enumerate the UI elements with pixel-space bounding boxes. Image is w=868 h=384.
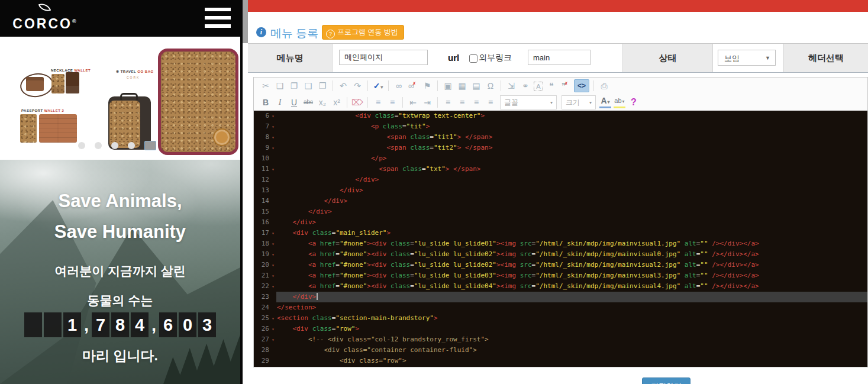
table-icon[interactable]: ▦ (456, 80, 468, 92)
slider-dot[interactable] (144, 141, 156, 150)
fold-arrow-icon[interactable]: ▾ (269, 260, 277, 271)
code-line-9[interactable]: 9▾ <span class="tit2"> </span> (254, 143, 867, 153)
hline-icon[interactable]: ▤ (470, 80, 482, 92)
align-justify-icon[interactable]: ≡ (485, 96, 496, 108)
fold-arrow-icon[interactable]: ▾ (269, 282, 277, 292)
fold-arrow-icon[interactable]: ▾ (269, 271, 277, 282)
unlink-icon[interactable]: ∞ (407, 80, 419, 92)
code-line-13[interactable]: 13 </div> (254, 185, 867, 196)
code-line-20[interactable]: 20▾ <a href="#none"><div class="lu_slide… (254, 260, 867, 270)
align-left-icon[interactable]: ≡ (442, 96, 454, 108)
copy-icon[interactable]: ❏ (274, 80, 286, 92)
menu-name-input[interactable] (339, 50, 428, 65)
code-line-19[interactable]: 19▾ <a href="#none"><div class="lu_slide… (254, 249, 867, 260)
comment-add-icon[interactable]: ❝ (546, 80, 557, 92)
code-line-10[interactable]: 10 </p> (254, 153, 867, 164)
source-code-area[interactable]: 6▾ <div class="txtwrap text-center">7▾ <… (254, 111, 867, 367)
code-line-21[interactable]: 21▾ <a href="#none"><div class="lu_slide… (254, 270, 867, 281)
preview-scrollbar[interactable] (243, 0, 248, 43)
fold-arrow-icon[interactable]: ▾ (269, 314, 277, 324)
special-char-icon[interactable]: Ω (485, 80, 496, 92)
fold-arrow-icon[interactable]: ▾ (269, 164, 277, 175)
code-line-22[interactable]: 22▾ <a href="#none"><div class="lu_slide… (254, 281, 867, 292)
paste-text-icon[interactable]: ❑ (302, 80, 314, 92)
slider-dot[interactable] (78, 142, 85, 149)
select-all-icon[interactable]: A (534, 82, 543, 91)
anchor-flag-icon[interactable]: ⚑ (421, 80, 433, 92)
find-replace-icon[interactable]: ⚭ (519, 80, 531, 92)
code-line-25[interactable]: 25▾<section class="section-main-brandsto… (254, 313, 867, 324)
fold-arrow-icon[interactable]: ▾ (269, 324, 277, 335)
spellcheck-icon[interactable]: ✓ (372, 80, 384, 92)
slider-dot[interactable] (128, 142, 135, 149)
bold-button[interactable]: B (260, 96, 272, 108)
image-icon[interactable]: ▣ (442, 80, 454, 92)
code-line-16[interactable]: 16 </div> (254, 217, 867, 228)
italic-button[interactable]: I (274, 96, 286, 108)
slider-dot[interactable] (95, 142, 102, 149)
bg-color-icon[interactable]: ab (614, 96, 625, 108)
strike-button[interactable]: abc (302, 96, 314, 108)
subscript-button[interactable]: x₂ (317, 96, 328, 108)
ordered-list-icon[interactable]: ≡ (372, 96, 384, 108)
slider-dot[interactable] (111, 142, 118, 149)
code-line-27[interactable]: 27▾ <!-- <div class="col-12 brandstory_r… (254, 334, 867, 345)
bullet-list-icon[interactable]: ≡ (386, 96, 398, 108)
program-link-help-button[interactable]: ?프로그램 연동 방법 (322, 25, 404, 40)
code-line-28[interactable]: 28 <div class="container container-fluid… (254, 345, 867, 356)
site-header: CORCO® (0, 0, 240, 37)
redo-icon[interactable]: ↷ (351, 80, 363, 92)
source-button[interactable]: <> (574, 79, 589, 92)
fold-arrow-icon[interactable]: ▾ (269, 143, 277, 154)
fold-arrow-icon[interactable]: ▾ (269, 250, 277, 260)
text-color-icon[interactable]: A (599, 96, 611, 108)
brand-logo[interactable]: CORCO® (12, 2, 77, 31)
external-link-checkbox[interactable] (469, 54, 477, 63)
code-line-11[interactable]: 11▾ <span class="txt"> </span> (254, 164, 867, 175)
align-center-icon[interactable]: ≡ (456, 96, 468, 108)
fold-arrow-icon[interactable]: ▾ (269, 239, 277, 250)
product-slider[interactable]: NECKLACE WALLET ❋ TRAVEL GO BAG CORK PAS… (0, 37, 240, 160)
underline-button[interactable]: U (288, 96, 300, 108)
code-line-29[interactable]: 29 <div class="row"> (254, 356, 867, 366)
paste-word-icon[interactable]: ❒ (317, 80, 328, 92)
comment-remove-icon[interactable]: ❞ (560, 80, 572, 92)
remove-format-icon[interactable]: ⌦ (351, 96, 363, 108)
code-line-24[interactable]: 24</section> (254, 302, 867, 313)
code-line-6[interactable]: 6▾ <div class="txtwrap text-center"> (254, 111, 867, 121)
hamburger-menu-icon[interactable] (205, 8, 231, 29)
outdent-icon[interactable]: ⇤ (407, 96, 419, 108)
paste-icon[interactable]: ❐ (288, 80, 300, 92)
code-line-23[interactable]: 23 </div> (254, 292, 867, 302)
code-line-12[interactable]: 12 </div> (254, 175, 867, 185)
editor-toolbar: ✂❏❐❑❒↶↷✓∞∞⚑▣▦▤Ω⇲⚭A❝❞<>⎙ BIUabcx₂x²⌦≡≡⇤⇥≡… (254, 78, 867, 111)
code-line-26[interactable]: 26▾ <div class="row"> (254, 324, 867, 334)
fold-arrow-icon[interactable]: ▾ (269, 335, 277, 346)
font-family-select[interactable]: 글꼴▾ (500, 95, 557, 109)
code-line-7[interactable]: 7▾ <p class="tit"> (254, 121, 867, 132)
status-select[interactable]: 보임▼ (718, 50, 776, 66)
url-input[interactable] (528, 50, 591, 65)
indent-icon[interactable]: ⇥ (421, 96, 433, 108)
counter-digit: 4 (131, 312, 149, 337)
fold-arrow-icon[interactable]: ▾ (269, 111, 277, 122)
fold-arrow-icon[interactable]: ▾ (269, 122, 277, 133)
font-size-select[interactable]: 크기▾ (562, 95, 596, 109)
help-icon[interactable]: ? (628, 96, 640, 108)
code-line-17[interactable]: 17▾ <div class="main_slider"> (254, 228, 867, 238)
maximize-icon[interactable]: ⇲ (505, 80, 517, 92)
save-button[interactable]: 저장하기 (642, 377, 690, 384)
fold-arrow-icon[interactable]: ▾ (269, 228, 277, 239)
code-line-18[interactable]: 18▾ <a href="#none"><div class="lu_slide… (254, 238, 867, 249)
code-line-14[interactable]: 14 </div> (254, 196, 867, 206)
superscript-button[interactable]: x² (331, 96, 343, 108)
code-line-30[interactable]: 30 <div class="col-12 col-xl-7 brandstor… (254, 366, 867, 367)
align-right-icon[interactable]: ≡ (470, 96, 482, 108)
print-icon[interactable]: ⎙ (598, 80, 610, 92)
undo-icon[interactable]: ↶ (337, 80, 349, 92)
fold-arrow-icon[interactable]: ▾ (269, 133, 277, 143)
cut-icon[interactable]: ✂ (260, 80, 272, 92)
code-line-15[interactable]: 15 </div> (254, 206, 867, 217)
code-line-8[interactable]: 8▾ <span class="tit1"> </span> (254, 132, 867, 143)
link-icon[interactable]: ∞ (393, 80, 405, 92)
